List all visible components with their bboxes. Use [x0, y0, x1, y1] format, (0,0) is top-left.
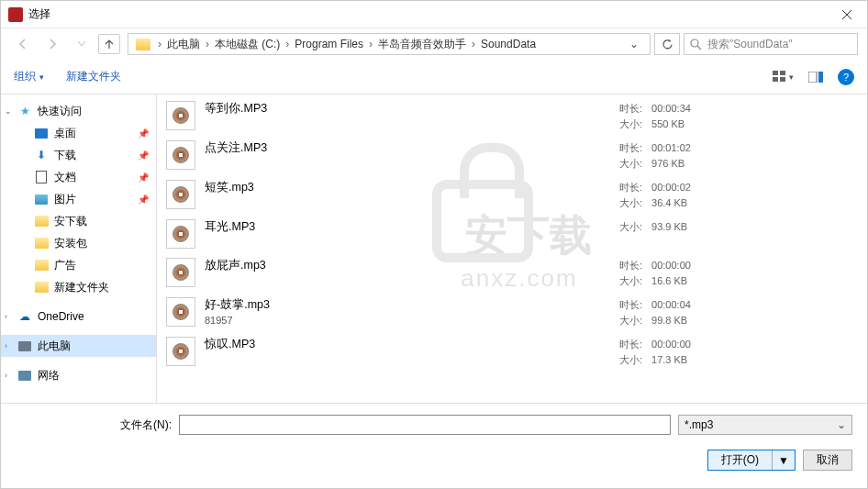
chevron-right-icon: ›	[154, 38, 165, 50]
file-row[interactable]: 等到你.MP3 时长: 00:00:34 大小: 550 KB	[157, 96, 867, 136]
sidebar-item-anzhuangbao[interactable]: 安装包	[1, 232, 156, 254]
file-meta: 时长: 00:00:34 大小: 550 KB	[619, 101, 858, 131]
filename-input[interactable]	[179, 415, 671, 435]
file-name: 短笑.mp3	[205, 180, 610, 195]
audio-file-icon	[166, 101, 195, 130]
file-name: 等到你.MP3	[205, 101, 610, 117]
back-button[interactable]	[10, 32, 36, 56]
sidebar-item-onedrive[interactable]: ›☁OneDrive	[1, 306, 156, 328]
close-button[interactable]	[826, 1, 867, 28]
file-name: 好-鼓掌.mp3	[205, 297, 610, 313]
sidebar-item-network[interactable]: ›网络	[1, 364, 156, 386]
svg-rect-3	[773, 77, 778, 82]
open-button[interactable]: 打开(O)▼	[707, 450, 796, 471]
search-input[interactable]: 搜索"SoundData"	[684, 33, 858, 55]
crumb-progfiles[interactable]: Program Files	[293, 38, 365, 50]
crumb-thispc[interactable]: 此电脑	[165, 37, 202, 52]
sidebar-item-thispc[interactable]: ›此电脑	[1, 335, 156, 357]
open-dropdown[interactable]: ▼	[772, 450, 795, 470]
file-subtitle: 81957	[205, 315, 610, 326]
new-folder-button[interactable]: 新建文件夹	[66, 69, 121, 84]
organize-menu[interactable]: 组织	[14, 69, 44, 84]
file-meta: 时长: 00:00:04 大小: 99.8 KB	[619, 297, 858, 328]
sidebar: ⌄★快速访问 桌面📌 ⬇下载📌 文档📌 图片📌 安下载 安装包 广告 新建文件夹…	[1, 94, 157, 403]
svg-rect-1	[773, 71, 778, 75]
forward-button[interactable]	[39, 32, 65, 56]
crumb-app[interactable]: 半岛音频音效助手	[376, 37, 468, 52]
help-button[interactable]: ?	[838, 69, 854, 85]
audio-file-icon	[166, 297, 195, 327]
folder-icon	[136, 39, 150, 50]
file-name: 放屁声.mp3	[205, 258, 610, 273]
sidebar-item-anxiazai[interactable]: 安下载	[1, 210, 156, 232]
up-button[interactable]	[98, 34, 120, 54]
svg-rect-5	[808, 72, 817, 83]
file-meta: 时长: 00:01:02 大小: 976 KB	[619, 140, 858, 171]
view-mode-button[interactable]: ▾	[768, 66, 797, 88]
file-row[interactable]: 好-鼓掌.mp3 81957 时长: 00:00:04 大小: 99.8 KB	[157, 293, 867, 332]
file-row[interactable]: 短笑.mp3 时长: 00:00:02 大小: 36.4 KB	[157, 175, 867, 215]
search-icon	[690, 39, 702, 50]
breadcrumb-bar[interactable]: › 此电脑 › 本地磁盘 (C:) › Program Files › 半岛音频…	[128, 33, 651, 55]
audio-file-icon	[166, 180, 195, 209]
file-row[interactable]: 点关注.MP3 时长: 00:01:02 大小: 976 KB	[157, 136, 867, 175]
pin-icon: 📌	[138, 128, 149, 139]
file-name: 耳光.MP3	[205, 219, 610, 235]
window-title: 选择	[28, 6, 826, 22]
file-row[interactable]: 耳光.MP3 大小: 93.9 KB	[157, 215, 867, 253]
file-row[interactable]: 放屁声.mp3 时长: 00:00:00 大小: 16.6 KB	[157, 253, 867, 293]
filename-label: 文件名(N):	[16, 417, 172, 433]
svg-point-0	[691, 39, 698, 47]
file-meta: 时长: 00:00:02 大小: 36.4 KB	[619, 180, 858, 210]
audio-file-icon	[166, 337, 195, 366]
file-meta: 大小: 93.9 KB	[619, 219, 858, 235]
file-meta: 时长: 00:00:00 大小: 16.6 KB	[619, 258, 858, 288]
preview-pane-button[interactable]	[801, 66, 830, 88]
sidebar-item-documents[interactable]: 文档📌	[1, 166, 156, 188]
file-name: 点关注.MP3	[205, 140, 610, 156]
audio-file-icon	[166, 258, 195, 287]
sidebar-item-desktop[interactable]: 桌面📌	[1, 122, 156, 144]
pin-icon: 📌	[138, 150, 149, 161]
refresh-button[interactable]	[654, 33, 680, 55]
breadcrumb-expand[interactable]: ⌄	[622, 38, 646, 50]
sidebar-item-downloads[interactable]: ⬇下载📌	[1, 144, 156, 166]
audio-file-icon	[166, 140, 195, 170]
search-placeholder: 搜索"SoundData"	[707, 37, 793, 52]
sidebar-item-quickaccess[interactable]: ⌄★快速访问	[1, 100, 156, 122]
pin-icon: 📌	[138, 194, 149, 205]
audio-file-icon	[166, 219, 195, 249]
pin-icon: 📌	[138, 172, 149, 183]
file-name: 惊叹.MP3	[205, 337, 610, 352]
svg-rect-6	[818, 72, 823, 83]
file-meta: 时长: 00:00:00 大小: 17.3 KB	[619, 337, 858, 367]
app-icon	[8, 7, 23, 22]
svg-rect-4	[780, 77, 785, 82]
sidebar-item-newfolder[interactable]: 新建文件夹	[1, 276, 156, 298]
crumb-drive[interactable]: 本地磁盘 (C:)	[213, 37, 282, 52]
file-row[interactable]: 惊叹.MP3 时长: 00:00:00 大小: 17.3 KB	[157, 332, 867, 372]
sidebar-item-pictures[interactable]: 图片📌	[1, 188, 156, 210]
file-list: 等到你.MP3 时长: 00:00:34 大小: 550 KB 点关注.MP3 …	[157, 94, 867, 403]
sidebar-item-guanggao[interactable]: 广告	[1, 254, 156, 276]
svg-rect-2	[780, 71, 785, 75]
filetype-select[interactable]: *.mp3	[678, 415, 852, 435]
cancel-button[interactable]: 取消	[803, 450, 852, 471]
recent-dropdown[interactable]	[69, 32, 95, 56]
crumb-sounddata[interactable]: SoundData	[479, 38, 538, 50]
